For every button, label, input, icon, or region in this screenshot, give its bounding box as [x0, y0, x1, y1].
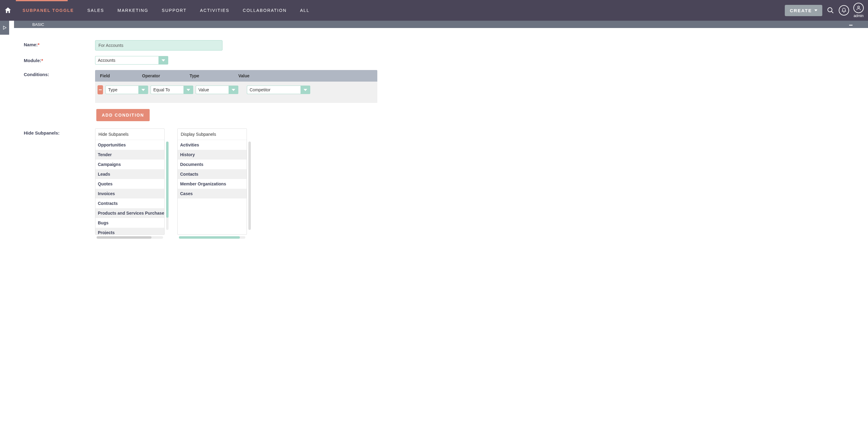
- module-select[interactable]: Accounts: [95, 56, 168, 65]
- svg-line-1: [831, 11, 833, 13]
- list-item[interactable]: Quotes: [95, 179, 164, 189]
- condition-type-value: Value: [196, 86, 228, 94]
- list-item[interactable]: Documents: [178, 160, 247, 169]
- home-icon: [4, 6, 12, 14]
- list-item[interactable]: Cases: [178, 189, 247, 199]
- condition-value-toggle[interactable]: [301, 86, 310, 94]
- search-icon: [827, 7, 834, 14]
- user-avatar: [854, 3, 864, 13]
- section-header: BASIC −: [14, 21, 868, 28]
- chevron-down-icon: [142, 89, 145, 91]
- list-item[interactable]: Member Organizations: [178, 179, 247, 189]
- home-button[interactable]: [0, 0, 16, 21]
- user-menu[interactable]: admin: [854, 3, 864, 18]
- active-tab-indicator: [16, 0, 68, 1]
- col-field: Field: [95, 73, 142, 78]
- condition-field-select[interactable]: Type: [105, 86, 148, 94]
- conditions-block: Field Operator Type Value Type Equal To …: [95, 70, 377, 121]
- condition-field-toggle[interactable]: [138, 86, 148, 94]
- minimize-button[interactable]: −: [849, 21, 853, 29]
- list-item[interactable]: Leads: [95, 169, 164, 179]
- user-icon: [856, 5, 861, 11]
- nav-collaboration[interactable]: COLLABORATION: [236, 8, 293, 13]
- create-label: CREATE: [790, 8, 812, 13]
- horizontal-scrollbar[interactable]: [179, 236, 245, 239]
- nav-subpanel-toggle[interactable]: SUBPANEL TOGGLE: [16, 8, 81, 13]
- vertical-scrollbar[interactable]: [248, 141, 251, 230]
- scrollbar-thumb[interactable]: [179, 236, 240, 239]
- condition-operator-value: Equal To: [151, 86, 184, 94]
- list-item[interactable]: Opportunities: [95, 140, 164, 150]
- display-subpanels-list: Activities History Documents Contacts Me…: [178, 140, 247, 199]
- nav-activities[interactable]: ACTIVITIES: [193, 8, 236, 13]
- subpanels-container: Hide Subpanels Opportunities Tender Camp…: [95, 129, 247, 235]
- conditions-row: Type Equal To Value Competitor: [95, 81, 377, 103]
- hide-subpanels-label: Hide Subpanels:: [24, 129, 95, 135]
- chevron-down-icon: [231, 89, 235, 91]
- module-select-toggle[interactable]: [158, 56, 168, 65]
- list-item[interactable]: Bugs: [95, 218, 164, 228]
- name-label: Name:*: [24, 40, 95, 47]
- nav-support[interactable]: SUPPORT: [155, 8, 193, 13]
- list-item[interactable]: Contacts: [178, 169, 247, 179]
- required-indicator: *: [38, 42, 40, 47]
- chevron-down-icon: [187, 89, 190, 91]
- create-button[interactable]: CREATE: [785, 5, 822, 16]
- conditions-label: Conditions:: [24, 70, 95, 77]
- module-select-value: Accounts: [95, 56, 158, 65]
- horizontal-scrollbar[interactable]: [97, 236, 163, 239]
- list-item[interactable]: Tender: [95, 150, 164, 160]
- list-item[interactable]: Products and Services Purchased: [95, 208, 164, 218]
- user-name: admin: [854, 14, 864, 18]
- remove-condition-button[interactable]: [97, 85, 103, 94]
- name-input[interactable]: [95, 40, 222, 50]
- svg-point-2: [858, 6, 860, 8]
- module-label: Module:*: [24, 56, 95, 63]
- hide-subpanels-list: Opportunities Tender Campaigns Leads Quo…: [95, 140, 164, 234]
- display-subpanels-column: Display Subpanels Activities History Doc…: [177, 129, 247, 235]
- scrollbar-thumb[interactable]: [166, 141, 168, 218]
- bell-icon: [841, 8, 847, 13]
- play-icon: [2, 25, 7, 30]
- col-value: Value: [238, 73, 299, 78]
- condition-value-select[interactable]: Competitor: [247, 86, 310, 94]
- condition-field-value: Type: [105, 86, 138, 94]
- top-navbar: SUBPANEL TOGGLE SALES MARKETING SUPPORT …: [0, 0, 868, 21]
- section-title: BASIC: [32, 22, 44, 27]
- condition-operator-toggle[interactable]: [184, 86, 193, 94]
- add-condition-button[interactable]: ADD CONDITION: [96, 109, 150, 121]
- scrollbar-thumb[interactable]: [97, 236, 152, 239]
- list-item[interactable]: Invoices: [95, 189, 164, 199]
- nav-all[interactable]: ALL: [293, 8, 316, 13]
- list-item[interactable]: Projects: [95, 228, 164, 234]
- form-content: Name:* Module:* Accounts Conditions: Fie…: [0, 28, 390, 252]
- caret-down-icon: [814, 9, 817, 11]
- col-type: Type: [190, 73, 238, 78]
- list-item[interactable]: Campaigns: [95, 160, 164, 169]
- svg-point-0: [828, 8, 832, 12]
- condition-operator-select[interactable]: Equal To: [151, 86, 193, 94]
- col-operator: Operator: [142, 73, 190, 78]
- list-item[interactable]: Activities: [178, 140, 247, 150]
- notifications-button[interactable]: [839, 5, 849, 15]
- expand-sidebar-button[interactable]: [0, 21, 9, 35]
- nav-sales[interactable]: SALES: [81, 8, 111, 13]
- condition-type-select[interactable]: Value: [196, 86, 238, 94]
- list-item[interactable]: History: [178, 150, 247, 160]
- hide-subpanels-column: Hide Subpanels Opportunities Tender Camp…: [95, 129, 164, 235]
- hide-subpanels-header: Hide Subpanels: [95, 129, 164, 140]
- chevron-down-icon: [161, 59, 165, 62]
- required-indicator: *: [41, 58, 43, 63]
- minus-icon: [99, 90, 102, 90]
- display-subpanels-header: Display Subpanels: [178, 129, 247, 140]
- list-item[interactable]: Contracts: [95, 199, 164, 208]
- conditions-header: Field Operator Type Value: [95, 70, 377, 81]
- condition-value-value: Competitor: [247, 86, 301, 94]
- search-button[interactable]: [827, 6, 835, 14]
- vertical-scrollbar[interactable]: [166, 141, 168, 230]
- chevron-down-icon: [304, 89, 307, 91]
- nav-marketing[interactable]: MARKETING: [111, 8, 155, 13]
- condition-type-toggle[interactable]: [228, 86, 238, 94]
